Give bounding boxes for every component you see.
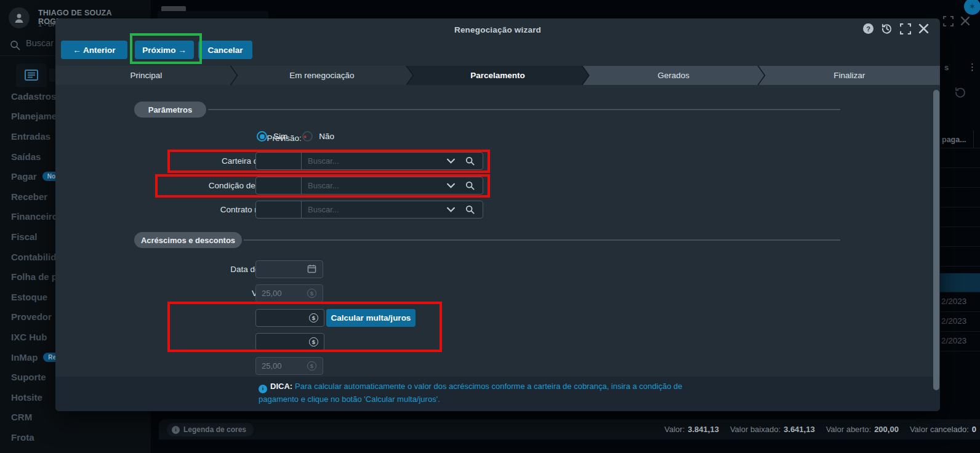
step-principal[interactable]: Principal xyxy=(55,66,237,85)
radio-sim[interactable] xyxy=(257,131,267,142)
assistant-bubble-icon[interactable]: ✶ xyxy=(964,0,980,15)
wallet-search-input[interactable] xyxy=(303,153,441,169)
calculate-fees-button[interactable]: Calcular multa/juros xyxy=(326,309,416,327)
section-divider xyxy=(208,109,840,110)
section-parametros: Parâmetros xyxy=(134,102,206,118)
contract-lookup-field xyxy=(255,201,483,218)
total-valor: Valor:3.841,13 xyxy=(664,425,719,434)
lookup-search-icon[interactable] xyxy=(465,205,475,214)
step-finalizar[interactable]: Finalizar xyxy=(758,66,940,85)
window-close-icon[interactable] xyxy=(960,16,970,26)
wizard-steps: Principal Em renegociação Parcelamento G… xyxy=(55,66,940,85)
contract-code-input[interactable] xyxy=(256,201,302,218)
sidebar-item-frota[interactable]: Frota xyxy=(0,427,151,447)
contract-search-input[interactable] xyxy=(303,201,441,218)
footer-bar: i Legenda de cores Valor:3.841,13 Valor … xyxy=(159,419,980,439)
background-tab-label: s xyxy=(944,63,949,72)
step-em-renegociacao[interactable]: Em renegociação xyxy=(231,66,413,85)
section-acrescimos: Acréscimos e descontos xyxy=(134,232,242,248)
modal-scrollbar[interactable] xyxy=(933,90,939,390)
condition-lookup-field xyxy=(255,177,483,194)
tip-note: iDICA:Para calcular automaticamente o va… xyxy=(259,380,689,405)
money-icon: $ xyxy=(307,361,316,371)
total-cancelado: Valor cancelado:0 xyxy=(910,425,976,434)
wallet-code-input[interactable] xyxy=(256,153,302,169)
condition-code-input[interactable] xyxy=(256,177,302,194)
cancel-button[interactable]: Cancelar xyxy=(198,41,252,59)
section-divider xyxy=(244,239,840,241)
money-icon: $ xyxy=(309,337,318,347)
radio-nao-label: Não xyxy=(319,132,334,141)
chevron-down-icon[interactable] xyxy=(447,182,455,190)
fullscreen-icon[interactable] xyxy=(900,23,911,34)
totals-bar: Valor:3.841,13 Valor baixado:3.641,13 Va… xyxy=(664,419,976,439)
chevron-down-icon[interactable] xyxy=(447,157,455,165)
previous-button[interactable]: ← Anterior xyxy=(61,41,127,59)
radio-nao[interactable] xyxy=(302,131,313,142)
person-icon xyxy=(13,12,25,24)
next-button[interactable]: Próximo → xyxy=(135,41,194,59)
tab-partial[interactable] xyxy=(49,68,55,82)
window-fullscreen-icon[interactable] xyxy=(943,16,954,26)
info-icon: i xyxy=(259,385,267,393)
table-row[interactable]: 2/2023 xyxy=(941,297,980,306)
close-icon[interactable] xyxy=(918,23,929,34)
search-icon xyxy=(10,40,20,50)
table-row[interactable]: 2/2023 xyxy=(941,316,980,326)
background-table: paga... 2/2023 2/2023 2/2023 xyxy=(940,130,980,411)
help-icon[interactable]: ? xyxy=(863,23,874,34)
avatar[interactable] xyxy=(9,7,30,28)
wallet-lookup-field xyxy=(255,152,483,170)
kebab-menu-icon[interactable]: ⋮ xyxy=(968,62,977,73)
background-tab xyxy=(158,11,268,18)
money-icon: $ xyxy=(307,289,316,298)
lookup-search-icon[interactable] xyxy=(465,156,475,166)
info-icon: i xyxy=(172,426,180,434)
total-aberto: Valor aberto:200,00 xyxy=(826,425,899,434)
condition-search-input[interactable] xyxy=(303,177,441,194)
renegotiation-wizard-modal: Renegociação wizard ? ← Anterior Próximo… xyxy=(55,18,940,411)
total-baixado: Valor baixado:3.641,13 xyxy=(730,425,815,434)
step-gerados[interactable]: Gerados xyxy=(583,66,765,85)
history-icon[interactable] xyxy=(881,23,893,34)
color-legend-button[interactable]: i Legenda de cores xyxy=(167,423,254,436)
background-history-icon[interactable] xyxy=(954,86,966,98)
user-company: 1 - BR xyxy=(38,20,57,28)
money-icon: $ xyxy=(309,313,318,323)
tab-list[interactable] xyxy=(16,63,47,87)
column-header: paga... xyxy=(942,135,966,144)
chevron-down-icon[interactable] xyxy=(447,206,455,214)
calendar-icon[interactable] xyxy=(307,264,316,273)
list-icon xyxy=(25,70,38,81)
modal-title: Renegociação wizard xyxy=(55,25,940,34)
radio-sim-label: Sim xyxy=(273,132,287,141)
lookup-search-icon[interactable] xyxy=(465,181,475,190)
selected-row-highlight[interactable] xyxy=(940,273,980,292)
step-parcelamento[interactable]: Parcelamento xyxy=(407,66,588,85)
table-row[interactable]: 2/2023 xyxy=(941,336,980,345)
